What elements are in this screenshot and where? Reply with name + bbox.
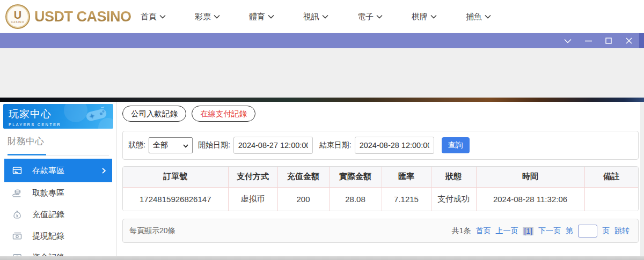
window-titlebar	[0, 33, 644, 48]
main-nav: 首頁 彩票 體育 視訊 電子 棋牌	[141, 0, 491, 33]
col-time: 時間	[476, 167, 584, 187]
chevron-down-icon	[159, 14, 166, 19]
tab-online-payment-records[interactable]: 在線支付記錄	[192, 106, 255, 122]
sidebar: 玩家中心 PLAYERS CENTER 財務中心	[0, 102, 117, 256]
nav-item-slots[interactable]: 電子	[357, 12, 383, 22]
cell-exchange-rate: 7.1215	[382, 187, 431, 211]
nav-label: 視訊	[303, 12, 319, 22]
app-window: U CASINO USDT CASINO 首頁 彩票 體育 視訊	[0, 0, 644, 260]
status-label: 狀態:	[128, 140, 145, 150]
casino-logo[interactable]: U CASINO USDT CASINO	[5, 4, 131, 29]
sidebar-item-deposit[interactable]: 存款專區	[4, 159, 112, 182]
col-recharge-amount: 充值金額	[277, 167, 329, 187]
minimize-icon[interactable]	[584, 36, 592, 45]
chevron-down-icon	[376, 14, 383, 19]
col-remark: 備註	[584, 167, 638, 187]
filter-bar: 狀態: 全部 開始日期: 結束日期: 查詢	[122, 131, 639, 160]
col-status: 狀態	[431, 167, 476, 187]
tab-company-deposit-records[interactable]: 公司入款記錄	[122, 106, 186, 122]
page-size-text: 每頁顯示20條	[129, 226, 175, 236]
nav-label: 電子	[357, 12, 374, 22]
logo-badge-subtext: CASINO	[11, 20, 24, 24]
bottom-edge	[0, 256, 644, 260]
maximize-icon[interactable]	[604, 36, 613, 45]
top-header: U CASINO USDT CASINO 首頁 彩票 體育 視訊	[0, 0, 644, 33]
divider-accent	[8, 154, 46, 155]
right-gutter	[640, 102, 644, 256]
cell-payment-method: 虚拟币	[228, 187, 277, 211]
end-date-label: 結束日期:	[319, 140, 352, 150]
close-icon[interactable]	[625, 36, 633, 45]
prev-page-link[interactable]: 上一页	[495, 226, 518, 236]
withdraw-hand-icon	[12, 188, 23, 198]
chevron-down-icon	[268, 14, 274, 19]
start-date-input[interactable]	[233, 137, 313, 154]
jump-suffix-label: 页	[602, 226, 610, 236]
jump-button[interactable]: 跳转	[614, 226, 630, 236]
cell-actual-amount: 28.08	[329, 187, 382, 211]
nav-item-video[interactable]: 視訊	[303, 12, 328, 22]
sidebar-menu: 存款專區 取款專區 充值記錄	[0, 159, 116, 260]
status-select-value: 全部	[153, 140, 168, 150]
current-page-indicator[interactable]: [1]	[523, 227, 533, 235]
divider-line	[46, 155, 109, 155]
sidebar-item-label: 提現記錄	[32, 231, 64, 241]
casino-logo-icon: U CASINO	[5, 4, 30, 29]
banner-area	[0, 48, 644, 98]
nav-label: 體育	[249, 12, 265, 22]
logo-letter: U	[14, 10, 21, 20]
nav-item-lottery[interactable]: 彩票	[195, 12, 220, 22]
window-controls	[564, 33, 633, 48]
table-header-row: 訂單號 支付方式 充值金額 實際金額 匯率 狀態 時間 備註	[123, 167, 638, 187]
status-select[interactable]: 全部	[149, 137, 193, 153]
first-page-link[interactable]: 首页	[475, 226, 491, 236]
section-divider	[8, 154, 109, 155]
nav-item-sports[interactable]: 體育	[249, 12, 274, 22]
nav-item-fishing[interactable]: 捕魚	[466, 12, 491, 22]
cell-status: 支付成功	[431, 187, 476, 211]
end-date-input[interactable]	[355, 137, 434, 154]
moneybag-icon	[12, 209, 23, 220]
sidebar-item-withdraw-history[interactable]: 提現記錄	[4, 225, 112, 247]
total-count: 共1条	[452, 226, 471, 236]
cell-recharge-amount: 200	[277, 187, 329, 211]
page-jump-input[interactable]	[578, 225, 597, 237]
jump-prefix-label: 第	[566, 226, 573, 236]
tab-label: 公司入款記錄	[131, 109, 178, 119]
chevron-down-icon	[214, 14, 220, 19]
logo-text: USDT CASINO	[34, 9, 131, 25]
nav-item-home[interactable]: 首頁	[141, 12, 166, 22]
col-order-number: 訂單號	[123, 167, 228, 187]
chevron-down-icon	[485, 14, 491, 19]
col-payment-method: 支付方式	[228, 167, 277, 187]
nav-label: 首頁	[141, 12, 157, 22]
chevron-right-icon	[102, 168, 106, 174]
sidebar-item-recharge-history[interactable]: 充值記錄	[4, 204, 112, 225]
nav-item-cards[interactable]: 棋牌	[412, 12, 437, 22]
content-area: 玩家中心 PLAYERS CENTER 財務中心	[0, 102, 644, 256]
cell-time: 2024-08-28 11:32:06	[476, 187, 584, 211]
next-page-link[interactable]: 下一页	[538, 226, 561, 236]
chevron-down-icon	[322, 14, 328, 19]
pager: 共1条 首页 上一页 [1] 下一页 第 页 跳转	[452, 225, 630, 237]
cell-order-number: 1724815926826147	[123, 187, 228, 211]
nav-label: 彩票	[195, 12, 211, 22]
col-exchange-rate: 匯率	[382, 167, 431, 187]
banknote-icon	[12, 231, 23, 241]
players-center-header: 玩家中心 PLAYERS CENTER	[3, 104, 113, 129]
dropdown-chevron-icon[interactable]	[564, 36, 572, 45]
pagination-bar: 每頁顯示20條 共1条 首页 上一页 [1] 下一页 第 页 跳转	[122, 219, 639, 243]
col-actual-amount: 實際金額	[329, 167, 382, 187]
table-row: 1724815926826147 虚拟币 200 28.08 7.1215 支付…	[123, 187, 638, 211]
nav-label: 棋牌	[412, 12, 428, 22]
sidebar-item-label: 充值記錄	[32, 210, 64, 220]
sidebar-item-label: 取款專區	[32, 188, 64, 198]
search-button[interactable]: 查詢	[442, 137, 470, 153]
select-chevron-icon	[183, 141, 188, 150]
nav-label: 捕魚	[466, 12, 482, 22]
deposit-card-icon	[12, 165, 23, 176]
chevron-down-icon	[430, 14, 437, 19]
sidebar-item-withdraw[interactable]: 取款專區	[4, 182, 112, 204]
finance-section: 財務中心	[8, 135, 109, 155]
sidebar-item-label: 存款專區	[32, 166, 64, 176]
